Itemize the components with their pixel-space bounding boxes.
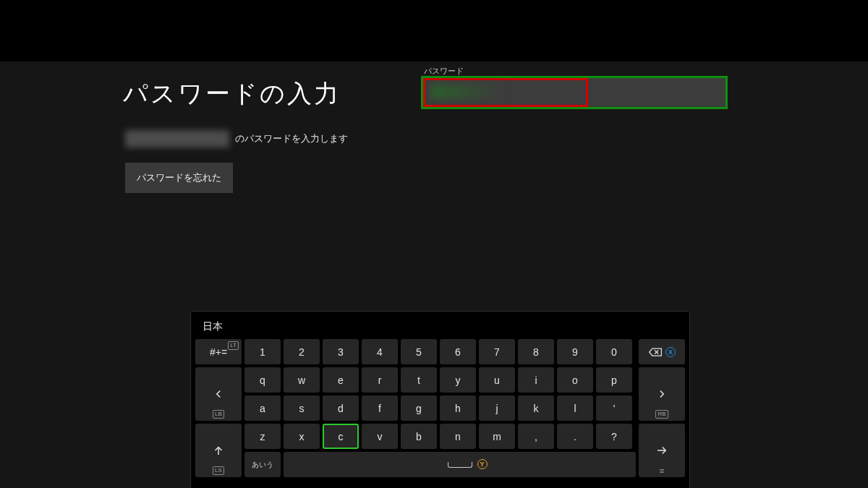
key-j[interactable]: j (479, 395, 515, 421)
symbol-mode-key[interactable]: #+= LT (195, 339, 242, 364)
backspace-icon (648, 347, 663, 357)
nav-right-key[interactable]: RB (639, 367, 685, 421)
key-u[interactable]: u (479, 367, 515, 393)
key-x[interactable]: x (284, 424, 320, 449)
keyboard-right-column: X RB ≡ (639, 339, 685, 477)
enter-key[interactable]: ≡ (639, 424, 685, 477)
key-0[interactable]: 0 (596, 339, 632, 364)
key-2[interactable]: 2 (284, 339, 320, 364)
username-redacted (125, 130, 229, 147)
key-1[interactable]: 1 (244, 339, 281, 364)
key-d[interactable]: d (323, 395, 359, 421)
on-screen-keyboard: 日本 #+= LT LB LS 1 (190, 311, 690, 488)
key-m[interactable]: m (479, 424, 515, 449)
forgot-password-button[interactable]: パスワードを忘れた (125, 163, 233, 193)
page-title: パスワードの入力 (123, 77, 341, 111)
content-area: パスワードの入力 パスワード のパスワードを入力します パスワードを忘れた 日本… (0, 61, 868, 488)
key-h[interactable]: h (440, 395, 476, 421)
shift-key[interactable]: LS (195, 424, 242, 477)
password-label: パスワード (424, 66, 464, 77)
key-8[interactable]: 8 (518, 339, 554, 364)
keyboard-left-column: #+= LT LB LS (195, 339, 242, 477)
user-prompt-row: のパスワードを入力します (125, 130, 348, 147)
chevron-right-icon (655, 388, 668, 401)
kana-mode-key[interactable]: あいう (244, 452, 281, 477)
key-z[interactable]: z (244, 424, 281, 449)
space-icon (448, 462, 472, 468)
key-p[interactable]: p (596, 367, 632, 393)
key-v[interactable]: v (362, 424, 398, 449)
key-comma[interactable]: , (518, 424, 554, 449)
kb-row-space: あいう Y (244, 452, 636, 477)
user-prompt-suffix: のパスワードを入力します (235, 132, 348, 145)
key-6[interactable]: 6 (440, 339, 476, 364)
key-k[interactable]: k (518, 395, 554, 421)
kb-row-2: q w e r t y u i o p (244, 367, 636, 393)
key-s[interactable]: s (284, 395, 320, 421)
password-value-redacted (431, 85, 503, 99)
key-b[interactable]: b (401, 424, 437, 449)
kb-row-4: z x c v b n m , . ? (244, 424, 636, 449)
kb-row-3: a s d f g h j k l ' (244, 395, 636, 421)
key-n[interactable]: n (440, 424, 476, 449)
top-bar (0, 0, 868, 61)
key-i[interactable]: i (518, 367, 554, 393)
key-c[interactable]: c (323, 424, 359, 449)
key-t[interactable]: t (401, 367, 437, 393)
key-question[interactable]: ? (596, 424, 632, 449)
key-w[interactable]: w (284, 367, 320, 393)
key-r[interactable]: r (362, 367, 398, 393)
arrow-right-icon (655, 444, 668, 457)
key-g[interactable]: g (401, 395, 437, 421)
key-f[interactable]: f (362, 395, 398, 421)
key-7[interactable]: 7 (479, 339, 515, 364)
password-input-highlight[interactable] (421, 76, 728, 109)
key-3[interactable]: 3 (323, 339, 359, 364)
key-apostrophe[interactable]: ' (596, 395, 632, 421)
backspace-key[interactable]: X (639, 339, 685, 364)
keyboard-main-grid: 1 2 3 4 5 6 7 8 9 0 q w e r t y (244, 339, 636, 477)
key-l[interactable]: l (557, 395, 593, 421)
chevron-left-icon (212, 388, 225, 401)
key-4[interactable]: 4 (362, 339, 398, 364)
key-o[interactable]: o (557, 367, 593, 393)
key-y[interactable]: y (440, 367, 476, 393)
key-period[interactable]: . (557, 424, 593, 449)
key-q[interactable]: q (244, 367, 281, 393)
nav-left-key[interactable]: LB (195, 367, 242, 421)
keyboard-language: 日本 (195, 316, 685, 339)
password-input[interactable] (423, 78, 588, 107)
shift-arrow-icon (212, 444, 225, 457)
key-9[interactable]: 9 (557, 339, 593, 364)
space-key[interactable]: Y (284, 452, 636, 477)
key-5[interactable]: 5 (401, 339, 437, 364)
key-e[interactable]: e (323, 367, 359, 393)
key-a[interactable]: a (244, 395, 281, 421)
kb-row-1: 1 2 3 4 5 6 7 8 9 0 (244, 339, 636, 364)
